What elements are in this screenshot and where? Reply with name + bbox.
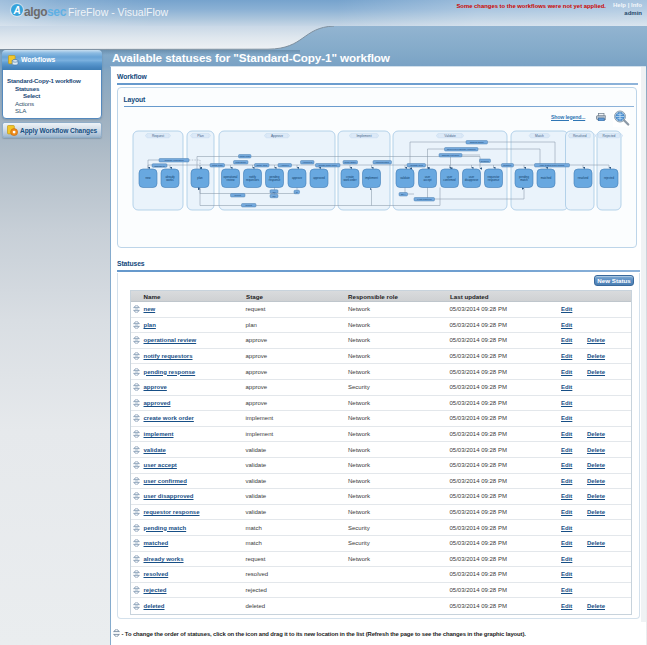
- svg-text:Change requested: Change requested: [165, 159, 185, 161]
- svg-text:Approve: Approve: [280, 164, 289, 166]
- svg-text:Change not done: Change not done: [442, 154, 460, 156]
- svg-text:Implement: Implement: [356, 134, 371, 138]
- svg-text:response: response: [269, 178, 281, 182]
- svg-text:works: works: [166, 178, 174, 182]
- svg-text:review: review: [226, 178, 235, 182]
- svg-text:If not resolved: If not resolved: [417, 198, 432, 200]
- svg-text:Implemented: Implemented: [376, 161, 390, 163]
- svg-text:matched: matched: [541, 176, 552, 180]
- svg-text:Approved: Approved: [302, 161, 313, 163]
- svg-text:Reject: Reject: [234, 194, 241, 196]
- svg-text:Received response required: Received response required: [447, 148, 476, 150]
- svg-text:Plan Done: Plan Done: [235, 161, 246, 163]
- svg-text:Initial Plan: Initial Plan: [212, 164, 223, 166]
- svg-text:approved: approved: [313, 176, 325, 180]
- svg-text:Approve: Approve: [271, 134, 283, 138]
- svg-text:Resolve: Resolve: [481, 160, 490, 162]
- svg-text:Validate Req: Validate Req: [410, 164, 424, 166]
- svg-text:Initial Plan: Initial Plan: [239, 155, 250, 157]
- svg-text:response: response: [488, 178, 500, 182]
- svg-text:Validate: Validate: [444, 134, 456, 138]
- svg-text:Notify Req: Notify Req: [256, 164, 267, 166]
- svg-text:rejected: rejected: [604, 176, 614, 180]
- svg-text:Change to: Change to: [154, 165, 165, 167]
- svg-text:SLA: SLA: [401, 193, 406, 195]
- svg-text:Create work order: Create work order: [319, 164, 338, 166]
- svg-text:approve: approve: [292, 176, 303, 180]
- svg-text:match: match: [520, 178, 528, 182]
- svg-text:Reject: Reject: [245, 204, 252, 206]
- svg-text:requestors: requestors: [246, 178, 260, 182]
- svg-text:confirmed: confirmed: [443, 178, 456, 182]
- svg-text:user tested and it works: user tested and it works: [540, 164, 565, 166]
- svg-text:Rejected: Rejected: [603, 134, 616, 138]
- svg-text:Change Done: Change Done: [470, 141, 485, 143]
- svg-text:implement: implement: [365, 176, 378, 180]
- svg-text:resolved: resolved: [578, 176, 589, 180]
- svg-text:work order: work order: [343, 178, 356, 182]
- svg-text:Work Order: Work Order: [344, 161, 356, 163]
- svg-text:plan: plan: [197, 176, 203, 180]
- svg-text:Match: Match: [535, 134, 544, 138]
- svg-text:validate: validate: [400, 176, 410, 180]
- svg-text:Resolve: Resolve: [503, 164, 512, 166]
- svg-text:accept: accept: [423, 178, 431, 182]
- svg-text:Request: Request: [152, 134, 164, 138]
- svg-text:Resolved: Resolved: [573, 134, 587, 138]
- svg-text:Plan: Plan: [197, 134, 204, 138]
- svg-text:disapprove: disapprove: [465, 178, 479, 182]
